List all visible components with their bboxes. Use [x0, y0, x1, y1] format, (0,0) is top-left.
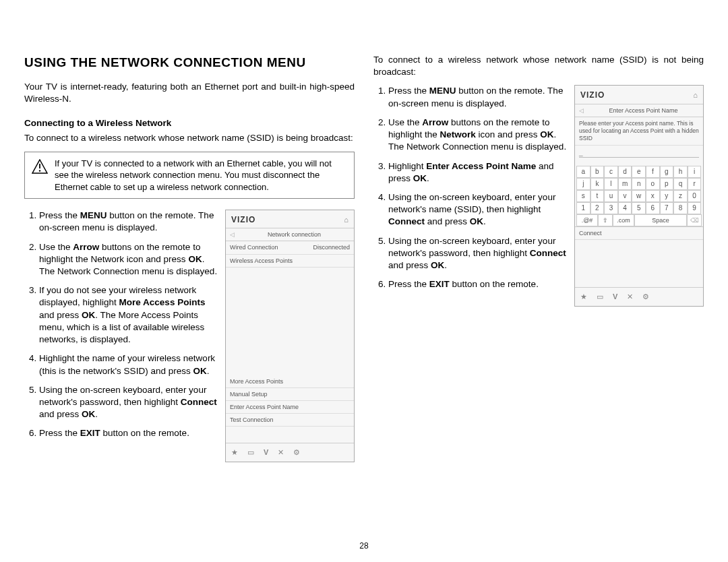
right-steps: Press the MENU button on the remote. The… — [373, 85, 568, 306]
wired-connection-row: Wired ConnectionDisconnected — [226, 241, 354, 254]
key-b: b — [590, 166, 605, 178]
rstep-2: Use the Arrow buttons on the remote to h… — [388, 117, 568, 154]
key-i: i — [688, 166, 702, 178]
mock2-footer: ★ ▭ V ✕ ⚙ — [575, 287, 703, 306]
left-column: USING THE NETWORK CONNECTION MENU Your T… — [24, 54, 355, 462]
key-j: j — [576, 178, 590, 190]
vizio-logo-2: VIZIO — [580, 90, 605, 100]
close-icon: ✕ — [278, 447, 284, 458]
mock2-note: Please enter your Access point name. Thi… — [575, 117, 703, 146]
key-c: c — [604, 166, 618, 178]
manual-setup-row: Manual Setup — [226, 388, 354, 401]
gear-icon-2: ⚙ — [642, 292, 649, 302]
key-g: g — [660, 166, 674, 178]
wireless-ap-row: Wireless Access Points — [226, 255, 354, 268]
mock-title: ◁Network connection — [226, 228, 354, 241]
rstep-1: Press the MENU button on the remote. The… — [388, 85, 568, 109]
key-h: h — [673, 166, 688, 178]
key-2: 2 — [590, 202, 605, 214]
page-number: 28 — [0, 540, 728, 551]
key-x: x — [646, 190, 660, 202]
enter-ap-name-mock: VIZIO ⌂ ◁Enter Access Point Name Please … — [574, 85, 704, 306]
key-q: q — [673, 178, 688, 190]
rstep-4: Using the on-screen keyboard, enter your… — [388, 191, 568, 228]
lead-text: To connect to a wireless network whose n… — [24, 132, 355, 144]
star-icon: ★ — [231, 447, 238, 458]
key-7: 7 — [660, 202, 674, 214]
key-u: u — [604, 190, 618, 202]
rstep-3: Highlight Enter Access Point Name and pr… — [388, 160, 568, 185]
widescreen-icon-2: ▭ — [597, 292, 603, 302]
key-s: s — [576, 190, 590, 202]
key-3: 3 — [604, 202, 618, 214]
ssid-input-mock: _ — [579, 148, 699, 158]
key-5: 5 — [632, 202, 646, 214]
v-icon-2: V — [613, 292, 617, 302]
close-icon-2: ✕ — [627, 292, 633, 302]
key-6: 6 — [646, 202, 660, 214]
key-k: k — [590, 178, 605, 190]
key-n: n — [632, 178, 646, 190]
key-backspace: ⌫ — [687, 214, 702, 226]
step-3: If you do not see your wireless network … — [39, 284, 218, 346]
key-a: a — [576, 166, 590, 178]
test-connection-row: Test Connection — [226, 414, 354, 427]
key-d: d — [618, 166, 632, 178]
key-space: Space — [634, 214, 687, 226]
intro-text: Your TV is internet-ready, featuring bot… — [24, 81, 355, 105]
step-4: Highlight the name of your wireless netw… — [39, 352, 218, 377]
key-w: w — [632, 190, 646, 202]
step-6: Press the EXIT button on the remote. — [39, 427, 218, 439]
step-2: Use the Arrow buttons on the remote to h… — [39, 241, 218, 278]
warning-icon — [32, 159, 48, 174]
home-icon-2: ⌂ — [693, 90, 698, 100]
key-8: 8 — [673, 202, 688, 214]
key-1: 1 — [576, 202, 590, 214]
key-m: m — [618, 178, 632, 190]
vizio-logo: VIZIO — [231, 214, 255, 225]
onscreen-keyboard: abcdefghijklmnopqrstuvwxyz0123456789 — [575, 164, 703, 214]
gear-icon: ⚙ — [293, 447, 300, 458]
rstep-5: Using the on-screen keyboard, enter your… — [388, 235, 568, 272]
home-icon: ⌂ — [344, 215, 348, 225]
left-steps: Press the MENU button on the remote. The… — [24, 210, 218, 462]
key-symbols: .@# — [576, 214, 598, 226]
key-p: p — [660, 178, 674, 190]
key-9: 9 — [688, 202, 702, 214]
key-v: v — [618, 190, 632, 202]
section-heading: USING THE NETWORK CONNECTION MENU — [24, 54, 355, 71]
key-y: y — [660, 190, 674, 202]
subheading: Connecting to a Wireless Network — [24, 117, 355, 129]
rstep-6: Press the EXIT button on the remote. — [388, 278, 568, 290]
connect-row: Connect — [575, 226, 703, 240]
key-o: o — [646, 178, 660, 190]
warning-text: If your TV is connected to a network wit… — [55, 158, 347, 193]
svg-point-1 — [39, 170, 40, 171]
right-column: To connect to a wireless network whose n… — [373, 54, 704, 462]
warning-box: If your TV is connected to a network wit… — [24, 152, 355, 199]
step-1: Press the MENU button on the remote. The… — [39, 210, 218, 234]
step-5: Using the on-screen keyboard, enter your… — [39, 384, 218, 421]
mock-footer: ★ ▭ V ✕ ⚙ — [226, 443, 354, 462]
key-z: z — [673, 190, 688, 202]
right-lead: To connect to a wireless network whose n… — [373, 54, 704, 78]
key-r: r — [688, 178, 702, 190]
key-f: f — [646, 166, 660, 178]
star-icon-2: ★ — [580, 292, 587, 302]
key-shift: ⇧ — [598, 214, 613, 226]
network-connection-mock: VIZIO ⌂ ◁Network connection Wired Connec… — [225, 210, 355, 462]
key-0: 0 — [688, 190, 702, 202]
more-ap-row: More Access Points — [226, 375, 354, 388]
key-e: e — [632, 166, 646, 178]
mock2-title: ◁Enter Access Point Name — [575, 104, 703, 117]
key-dotcom: .com — [613, 214, 634, 226]
widescreen-icon: ▭ — [247, 447, 254, 458]
key-4: 4 — [618, 202, 632, 214]
key-l: l — [604, 178, 618, 190]
enter-ap-name-row: Enter Access Point Name — [226, 401, 354, 414]
v-icon: V — [264, 447, 268, 458]
key-t: t — [590, 190, 605, 202]
